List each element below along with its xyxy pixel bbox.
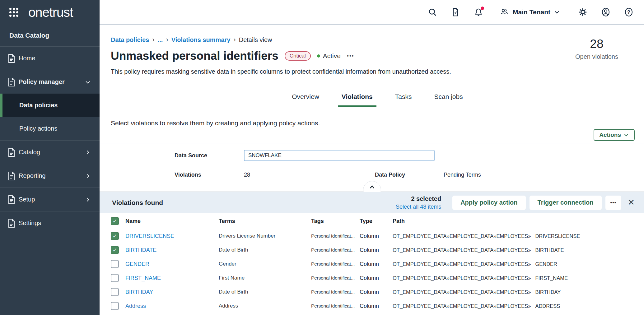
- tab-tasks[interactable]: Tasks: [391, 89, 416, 107]
- app-switcher-icon[interactable]: [9, 8, 18, 17]
- document-icon: [7, 147, 16, 157]
- table-row: ✓ GENDER Gender Personal Identificat... …: [100, 257, 644, 271]
- sidebar-item-setup[interactable]: Setup: [0, 188, 100, 211]
- chevron-down-icon: [85, 79, 91, 85]
- sidebar-item-data-policies[interactable]: Data policies: [0, 94, 100, 117]
- instruction-text: Select violations to resolve them by cre…: [111, 119, 635, 127]
- onetrust-logo[interactable]: onetrust: [28, 5, 73, 20]
- breadcrumb-separator: [152, 36, 154, 44]
- document-icon: [7, 171, 16, 181]
- product-title: Data Catalog: [0, 25, 100, 46]
- apply-policy-action-button[interactable]: Apply policy action: [452, 196, 525, 210]
- row-checkbox[interactable]: ✓: [111, 288, 119, 296]
- notifications-bell-icon[interactable]: [474, 7, 483, 17]
- title-more-menu[interactable]: •••: [347, 53, 354, 59]
- document-icon: [7, 77, 16, 87]
- breadcrumb-ellipsis[interactable]: ...: [158, 36, 163, 44]
- tab-scan-jobs[interactable]: Scan jobs: [430, 89, 466, 107]
- select-all-link[interactable]: Select all 48 items: [396, 204, 441, 210]
- violation-name-link[interactable]: BIRTHDAY: [125, 289, 153, 295]
- column-header-tags[interactable]: Tags: [311, 218, 360, 225]
- table-header: ✓ Name Terms Tags Type Path: [100, 213, 644, 229]
- tenant-switcher[interactable]: Main Tenant: [500, 7, 560, 17]
- violation-name-link[interactable]: GENDER: [125, 261, 149, 267]
- data-policy-value: Pending Terms: [444, 172, 481, 178]
- row-checkbox[interactable]: ✓: [111, 246, 119, 254]
- document-icon: [7, 218, 16, 228]
- breadcrumb-separator: [233, 36, 236, 44]
- selection-bar: Violations found 2 selected Select all 4…: [100, 192, 644, 213]
- topbar: Main Tenant ?: [100, 0, 644, 25]
- row-checkbox[interactable]: ✓: [111, 274, 119, 282]
- column-header-name[interactable]: Name: [125, 218, 219, 225]
- breadcrumb: Data policies ... Violations summary Det…: [111, 36, 644, 44]
- violations-table: ✓ Name Terms Tags Type Path ✓ DRIVERSLIC…: [100, 213, 644, 313]
- violations-count-value: 28: [244, 172, 375, 178]
- table-row: ✓ FIRST_NAME First Name Personal Identif…: [100, 271, 644, 285]
- chevron-right-icon: [85, 173, 91, 179]
- title-row: Unmasked personal identifiers Critical A…: [111, 48, 644, 64]
- row-checkbox[interactable]: ✓: [111, 232, 119, 240]
- sidebar-item-home[interactable]: Home: [0, 47, 100, 70]
- notification-dot: [481, 7, 484, 10]
- help-icon[interactable]: ?: [624, 7, 633, 17]
- check-icon: ✓: [113, 234, 117, 239]
- gear-icon[interactable]: [578, 7, 587, 17]
- open-violations-stat: 28 Open violations: [566, 37, 628, 60]
- document-icon: [7, 53, 16, 63]
- trigger-connection-button[interactable]: Trigger connection: [530, 196, 602, 210]
- violations-results: Violations found 2 selected Select all 4…: [100, 192, 644, 313]
- violation-name-link[interactable]: Address: [125, 303, 146, 309]
- sidebar-item-policy-manager[interactable]: Policy manager: [0, 70, 100, 94]
- select-all-checkbox[interactable]: ✓: [111, 217, 119, 225]
- tab-violations[interactable]: Violations: [338, 89, 376, 107]
- tenant-label: Main Tenant: [513, 8, 550, 16]
- table-row: ✓ BIRTHDAY Date of Birth Personal Identi…: [100, 285, 644, 299]
- more-actions-button[interactable]: •••: [605, 196, 622, 210]
- violation-name-link[interactable]: FIRST_NAME: [125, 275, 161, 281]
- column-header-terms[interactable]: Terms: [219, 218, 311, 225]
- app-window: onetrust Data Catalog Home Policy manage…: [0, 0, 644, 315]
- actions-button[interactable]: Actions: [594, 129, 635, 141]
- violation-name-link[interactable]: DRIVERSLICENSE: [125, 233, 174, 239]
- selected-count: 2 selected: [396, 195, 441, 202]
- data-policy-label: Data Policy: [375, 172, 444, 178]
- breadcrumb-current: Details view: [239, 36, 272, 44]
- search-icon[interactable]: [428, 7, 437, 17]
- policy-description: This policy requires masking sensitive d…: [111, 68, 644, 76]
- violations-toolbar: Select violations to resolve them by cre…: [100, 107, 644, 141]
- check-icon: ✓: [113, 219, 117, 224]
- status-badge: Active: [317, 52, 341, 60]
- sidebar: onetrust Data Catalog Home Policy manage…: [0, 0, 100, 315]
- column-header-type[interactable]: Type: [360, 218, 393, 225]
- tab-overview[interactable]: Overview: [288, 89, 323, 107]
- page-header: Data policies ... Violations summary Det…: [100, 25, 644, 107]
- sidebar-item-reporting[interactable]: Reporting: [0, 164, 100, 188]
- chevron-right-icon: [85, 197, 91, 203]
- sidebar-item-settings[interactable]: Settings: [0, 211, 100, 235]
- violation-name-link[interactable]: BIRTHDATE: [125, 247, 156, 253]
- breadcrumb-data-policies[interactable]: Data policies: [111, 36, 149, 44]
- row-checkbox[interactable]: ✓: [111, 302, 119, 310]
- column-header-path[interactable]: Path: [393, 218, 644, 225]
- status-dot-icon: [317, 54, 320, 58]
- check-icon: ✓: [113, 248, 117, 253]
- people-icon: [500, 7, 509, 17]
- breadcrumb-violations-summary[interactable]: Violations summary: [171, 36, 231, 44]
- account-icon[interactable]: [601, 7, 610, 17]
- violations-count-label: Violations: [175, 172, 244, 178]
- row-checkbox[interactable]: ✓: [111, 260, 119, 268]
- page-title: Unmasked personal identifiers: [111, 49, 278, 63]
- data-source-label: Data Source: [175, 152, 244, 159]
- chevron-up-icon[interactable]: [368, 183, 376, 191]
- close-icon[interactable]: ✕: [628, 198, 635, 207]
- logo-row: onetrust: [0, 0, 100, 25]
- sidebar-item-policy-actions[interactable]: Policy actions: [0, 117, 100, 140]
- open-violations-count: 28: [566, 37, 628, 51]
- breadcrumb-separator: [166, 36, 168, 44]
- data-source-input[interactable]: [244, 150, 435, 161]
- svg-text:?: ?: [627, 9, 630, 15]
- document-check-icon[interactable]: [451, 7, 460, 17]
- sidebar-item-catalog[interactable]: Catalog: [0, 141, 100, 164]
- main-area: Main Tenant ? Data policies ... Violatio…: [100, 0, 644, 315]
